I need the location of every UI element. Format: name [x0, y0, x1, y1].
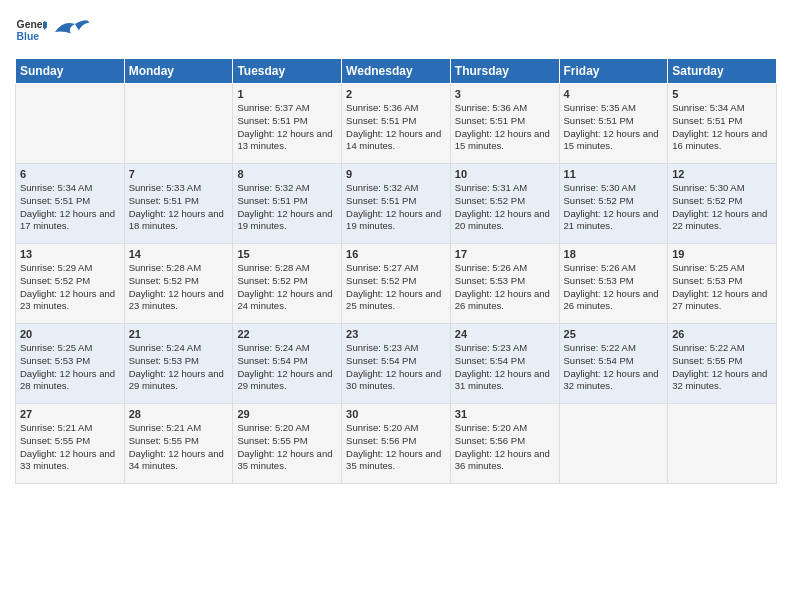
day-number: 5	[672, 88, 772, 100]
day-number: 18	[564, 248, 664, 260]
day-info: Sunrise: 5:26 AMSunset: 5:53 PMDaylight:…	[455, 262, 555, 313]
day-info: Sunrise: 5:34 AMSunset: 5:51 PMDaylight:…	[20, 182, 120, 233]
day-cell: 12Sunrise: 5:30 AMSunset: 5:52 PMDayligh…	[668, 164, 777, 244]
day-cell: 4Sunrise: 5:35 AMSunset: 5:51 PMDaylight…	[559, 84, 668, 164]
day-cell: 7Sunrise: 5:33 AMSunset: 5:51 PMDaylight…	[124, 164, 233, 244]
day-number: 21	[129, 328, 229, 340]
day-cell: 29Sunrise: 5:20 AMSunset: 5:55 PMDayligh…	[233, 404, 342, 484]
page-header: General Blue	[15, 10, 777, 50]
weekday-header-row: SundayMondayTuesdayWednesdayThursdayFrid…	[16, 59, 777, 84]
weekday-header-wednesday: Wednesday	[342, 59, 451, 84]
day-cell: 18Sunrise: 5:26 AMSunset: 5:53 PMDayligh…	[559, 244, 668, 324]
day-number: 22	[237, 328, 337, 340]
svg-text:General: General	[17, 19, 47, 30]
day-number: 31	[455, 408, 555, 420]
day-info: Sunrise: 5:30 AMSunset: 5:52 PMDaylight:…	[564, 182, 664, 233]
day-info: Sunrise: 5:27 AMSunset: 5:52 PMDaylight:…	[346, 262, 446, 313]
day-number: 6	[20, 168, 120, 180]
day-info: Sunrise: 5:20 AMSunset: 5:56 PMDaylight:…	[346, 422, 446, 473]
day-info: Sunrise: 5:24 AMSunset: 5:54 PMDaylight:…	[237, 342, 337, 393]
day-cell: 20Sunrise: 5:25 AMSunset: 5:53 PMDayligh…	[16, 324, 125, 404]
day-info: Sunrise: 5:23 AMSunset: 5:54 PMDaylight:…	[346, 342, 446, 393]
day-number: 17	[455, 248, 555, 260]
day-cell: 11Sunrise: 5:30 AMSunset: 5:52 PMDayligh…	[559, 164, 668, 244]
day-number: 4	[564, 88, 664, 100]
day-cell: 14Sunrise: 5:28 AMSunset: 5:52 PMDayligh…	[124, 244, 233, 324]
weekday-header-thursday: Thursday	[450, 59, 559, 84]
day-info: Sunrise: 5:37 AMSunset: 5:51 PMDaylight:…	[237, 102, 337, 153]
day-info: Sunrise: 5:34 AMSunset: 5:51 PMDaylight:…	[672, 102, 772, 153]
day-cell: 31Sunrise: 5:20 AMSunset: 5:56 PMDayligh…	[450, 404, 559, 484]
logo-icon: General Blue	[15, 14, 47, 46]
day-info: Sunrise: 5:25 AMSunset: 5:53 PMDaylight:…	[20, 342, 120, 393]
day-number: 27	[20, 408, 120, 420]
day-cell: 9Sunrise: 5:32 AMSunset: 5:51 PMDaylight…	[342, 164, 451, 244]
day-info: Sunrise: 5:24 AMSunset: 5:53 PMDaylight:…	[129, 342, 229, 393]
day-number: 30	[346, 408, 446, 420]
day-number: 15	[237, 248, 337, 260]
day-cell	[16, 84, 125, 164]
day-cell: 5Sunrise: 5:34 AMSunset: 5:51 PMDaylight…	[668, 84, 777, 164]
day-cell: 8Sunrise: 5:32 AMSunset: 5:51 PMDaylight…	[233, 164, 342, 244]
day-info: Sunrise: 5:22 AMSunset: 5:54 PMDaylight:…	[564, 342, 664, 393]
day-number: 24	[455, 328, 555, 340]
week-row-3: 13Sunrise: 5:29 AMSunset: 5:52 PMDayligh…	[16, 244, 777, 324]
day-cell: 3Sunrise: 5:36 AMSunset: 5:51 PMDaylight…	[450, 84, 559, 164]
day-cell: 24Sunrise: 5:23 AMSunset: 5:54 PMDayligh…	[450, 324, 559, 404]
day-info: Sunrise: 5:22 AMSunset: 5:55 PMDaylight:…	[672, 342, 772, 393]
day-info: Sunrise: 5:36 AMSunset: 5:51 PMDaylight:…	[346, 102, 446, 153]
day-cell: 27Sunrise: 5:21 AMSunset: 5:55 PMDayligh…	[16, 404, 125, 484]
day-info: Sunrise: 5:20 AMSunset: 5:55 PMDaylight:…	[237, 422, 337, 473]
day-number: 26	[672, 328, 772, 340]
weekday-header-saturday: Saturday	[668, 59, 777, 84]
logo: General Blue	[15, 10, 95, 50]
day-info: Sunrise: 5:25 AMSunset: 5:53 PMDaylight:…	[672, 262, 772, 313]
day-cell: 6Sunrise: 5:34 AMSunset: 5:51 PMDaylight…	[16, 164, 125, 244]
day-number: 13	[20, 248, 120, 260]
day-info: Sunrise: 5:28 AMSunset: 5:52 PMDaylight:…	[237, 262, 337, 313]
day-number: 14	[129, 248, 229, 260]
day-number: 1	[237, 88, 337, 100]
day-cell: 2Sunrise: 5:36 AMSunset: 5:51 PMDaylight…	[342, 84, 451, 164]
day-cell: 23Sunrise: 5:23 AMSunset: 5:54 PMDayligh…	[342, 324, 451, 404]
day-number: 7	[129, 168, 229, 180]
day-cell: 10Sunrise: 5:31 AMSunset: 5:52 PMDayligh…	[450, 164, 559, 244]
day-cell: 21Sunrise: 5:24 AMSunset: 5:53 PMDayligh…	[124, 324, 233, 404]
day-number: 12	[672, 168, 772, 180]
day-cell: 22Sunrise: 5:24 AMSunset: 5:54 PMDayligh…	[233, 324, 342, 404]
day-cell	[559, 404, 668, 484]
svg-text:Blue: Blue	[17, 31, 40, 42]
day-info: Sunrise: 5:30 AMSunset: 5:52 PMDaylight:…	[672, 182, 772, 233]
day-number: 23	[346, 328, 446, 340]
day-info: Sunrise: 5:26 AMSunset: 5:53 PMDaylight:…	[564, 262, 664, 313]
day-cell: 28Sunrise: 5:21 AMSunset: 5:55 PMDayligh…	[124, 404, 233, 484]
day-number: 2	[346, 88, 446, 100]
day-cell: 17Sunrise: 5:26 AMSunset: 5:53 PMDayligh…	[450, 244, 559, 324]
day-number: 28	[129, 408, 229, 420]
day-cell: 25Sunrise: 5:22 AMSunset: 5:54 PMDayligh…	[559, 324, 668, 404]
day-number: 8	[237, 168, 337, 180]
week-row-1: 1Sunrise: 5:37 AMSunset: 5:51 PMDaylight…	[16, 84, 777, 164]
day-info: Sunrise: 5:21 AMSunset: 5:55 PMDaylight:…	[129, 422, 229, 473]
day-info: Sunrise: 5:33 AMSunset: 5:51 PMDaylight:…	[129, 182, 229, 233]
day-number: 25	[564, 328, 664, 340]
day-number: 9	[346, 168, 446, 180]
day-info: Sunrise: 5:36 AMSunset: 5:51 PMDaylight:…	[455, 102, 555, 153]
weekday-header-friday: Friday	[559, 59, 668, 84]
day-number: 11	[564, 168, 664, 180]
day-number: 29	[237, 408, 337, 420]
day-info: Sunrise: 5:21 AMSunset: 5:55 PMDaylight:…	[20, 422, 120, 473]
day-cell: 16Sunrise: 5:27 AMSunset: 5:52 PMDayligh…	[342, 244, 451, 324]
logo-bird-icon	[51, 10, 91, 50]
day-info: Sunrise: 5:35 AMSunset: 5:51 PMDaylight:…	[564, 102, 664, 153]
day-info: Sunrise: 5:23 AMSunset: 5:54 PMDaylight:…	[455, 342, 555, 393]
day-info: Sunrise: 5:28 AMSunset: 5:52 PMDaylight:…	[129, 262, 229, 313]
day-cell: 19Sunrise: 5:25 AMSunset: 5:53 PMDayligh…	[668, 244, 777, 324]
day-cell: 26Sunrise: 5:22 AMSunset: 5:55 PMDayligh…	[668, 324, 777, 404]
day-info: Sunrise: 5:29 AMSunset: 5:52 PMDaylight:…	[20, 262, 120, 313]
day-number: 16	[346, 248, 446, 260]
day-info: Sunrise: 5:32 AMSunset: 5:51 PMDaylight:…	[346, 182, 446, 233]
day-cell: 30Sunrise: 5:20 AMSunset: 5:56 PMDayligh…	[342, 404, 451, 484]
day-cell: 1Sunrise: 5:37 AMSunset: 5:51 PMDaylight…	[233, 84, 342, 164]
day-info: Sunrise: 5:20 AMSunset: 5:56 PMDaylight:…	[455, 422, 555, 473]
